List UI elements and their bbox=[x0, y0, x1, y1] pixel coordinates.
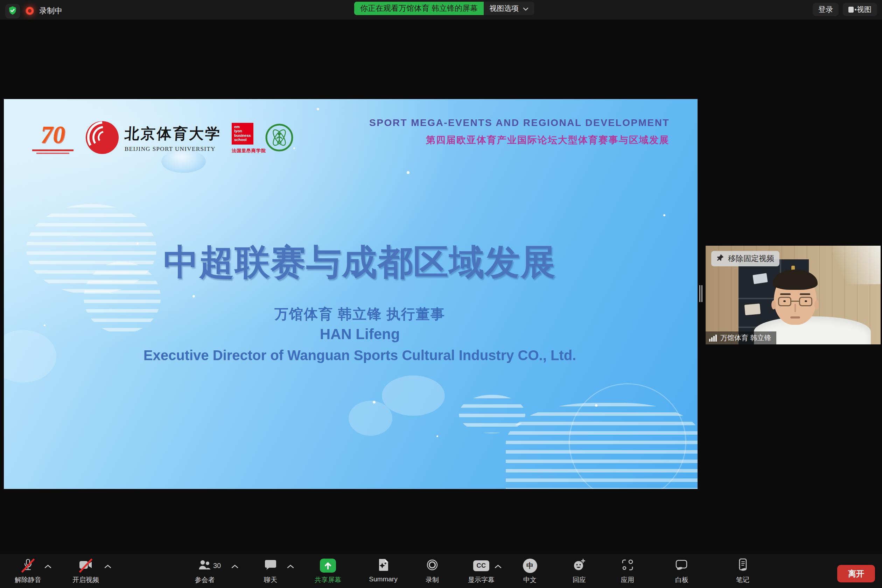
presenter-ear bbox=[814, 300, 819, 309]
participants-count: 30 bbox=[213, 562, 221, 570]
record-icon bbox=[426, 559, 438, 573]
presenter-title-english: Executive Director of Wanguan Sports Cul… bbox=[22, 348, 698, 363]
reactions-smiley-icon bbox=[573, 558, 586, 573]
reactions-label: 回应 bbox=[551, 575, 607, 585]
emlyon-line: business bbox=[234, 134, 254, 138]
captions-options-chevron[interactable] bbox=[494, 564, 502, 570]
share-screen-label: 共享屏幕 bbox=[300, 575, 356, 585]
forum-title-chinese: 第四届欧亚体育产业国际论坛大型体育赛事与区域发展 bbox=[369, 134, 669, 146]
chat-button[interactable]: 聊天 bbox=[243, 558, 298, 585]
view-options-label: 视图选项 bbox=[489, 3, 519, 13]
presenter-nose bbox=[795, 304, 796, 312]
soft-blob-decoration bbox=[382, 375, 445, 416]
apps-icon bbox=[621, 559, 634, 573]
anniversary-caption-bar bbox=[36, 153, 69, 154]
record-label: 录制 bbox=[404, 575, 460, 585]
chat-bubble-icon bbox=[265, 559, 276, 572]
language-button[interactable]: 中 中文 bbox=[502, 558, 558, 585]
language-label: 中文 bbox=[502, 575, 558, 585]
soft-blob-decoration bbox=[349, 401, 392, 436]
sparkle-dot bbox=[663, 214, 665, 216]
bsu-logo: 北京体育大学 BEIJING SPORT UNIVERSITY bbox=[86, 121, 221, 156]
notes-button[interactable]: 笔记 bbox=[715, 558, 771, 585]
emlyon-logo: em lyon business school 法国里昂商学院 bbox=[232, 123, 255, 154]
view-button[interactable]: 视图 bbox=[843, 3, 877, 16]
emlyon-line: em bbox=[234, 124, 254, 129]
reactions-button[interactable]: 回应 bbox=[551, 558, 607, 585]
emlyon-line: school bbox=[234, 138, 254, 142]
ai-summary-icon bbox=[378, 558, 389, 573]
video-light-corner bbox=[814, 246, 880, 284]
video-options-chevron[interactable] bbox=[104, 564, 112, 570]
start-video-label: 开启视频 bbox=[58, 575, 114, 585]
notes-label: 笔记 bbox=[715, 575, 771, 585]
chevron-down-icon bbox=[523, 4, 528, 13]
participant-name: 万馆体育 韩立锋 bbox=[720, 333, 771, 343]
record-button[interactable]: 录制 bbox=[404, 558, 460, 585]
anniversary-70-number: 70 bbox=[31, 123, 75, 147]
panel-resize-handle[interactable] bbox=[699, 285, 702, 302]
sparkle-dot bbox=[373, 401, 375, 404]
chat-label: 聊天 bbox=[243, 575, 298, 585]
presenter-ear bbox=[771, 300, 776, 309]
security-button[interactable] bbox=[5, 4, 20, 18]
top-bar: 录制中 你正在观看万馆体育 韩立锋的屏幕 视图选项 登录 视图 bbox=[0, 0, 882, 20]
participants-options-chevron[interactable] bbox=[231, 564, 239, 570]
anniversary-caption-bar bbox=[32, 150, 74, 151]
recording-label: 录制中 bbox=[39, 6, 62, 16]
cc-icon: CC bbox=[473, 560, 489, 571]
chinese-language-icon: 中 bbox=[523, 559, 537, 573]
anniversary-70-logo: 70 bbox=[31, 123, 75, 154]
presenter-name-english: HAN Lifeng bbox=[22, 326, 698, 343]
start-video-button[interactable]: 开启视频 bbox=[58, 558, 114, 585]
meeting-toolbar: 解除静音 开启视频 30 参会者 bbox=[0, 554, 882, 588]
presenter-eye bbox=[805, 300, 807, 302]
notes-icon bbox=[737, 558, 748, 573]
share-screen-button[interactable]: 共享屏幕 bbox=[300, 558, 356, 585]
captions-label: 显示字幕 bbox=[453, 575, 509, 585]
summary-button[interactable]: Summary bbox=[355, 558, 411, 583]
captions-button[interactable]: CC 显示字幕 bbox=[453, 558, 509, 585]
unmute-button[interactable]: 解除静音 bbox=[0, 558, 56, 585]
presenter-eye bbox=[783, 300, 786, 302]
viewing-banner: 你正在观看万馆体育 韩立锋的屏幕 视图选项 bbox=[354, 2, 534, 15]
remove-pin-label: 移除固定视频 bbox=[728, 254, 774, 264]
audio-options-chevron[interactable] bbox=[44, 564, 52, 570]
shield-check-icon bbox=[8, 6, 17, 16]
pinned-video-tile[interactable]: 移除固定视频 万馆体育 韩立锋 bbox=[706, 246, 880, 344]
presenter-face bbox=[774, 272, 816, 325]
bsu-swirl-icon bbox=[86, 121, 119, 156]
top-right-controls: 登录 视图 bbox=[813, 3, 877, 16]
sparkle-dot bbox=[407, 171, 410, 174]
participants-button[interactable]: 30 参会者 bbox=[177, 558, 233, 585]
participant-name-tag: 万馆体育 韩立锋 bbox=[706, 332, 776, 344]
chat-options-chevron[interactable] bbox=[286, 564, 294, 570]
sparkle-dot bbox=[436, 435, 438, 437]
presenter-eyebrow bbox=[800, 293, 810, 295]
sign-in-button[interactable]: 登录 bbox=[813, 3, 838, 16]
recording-dot-icon bbox=[25, 6, 34, 15]
striped-blob-decoration bbox=[459, 395, 525, 433]
view-options-button[interactable]: 视图选项 bbox=[484, 2, 534, 15]
whiteboard-icon bbox=[675, 559, 688, 572]
remove-pin-button[interactable]: 移除固定视频 bbox=[711, 251, 780, 266]
whiteboard-button[interactable]: 白板 bbox=[654, 558, 710, 585]
apps-button[interactable]: 应用 bbox=[600, 558, 656, 585]
emlyon-chinese-name: 法国里昂商学院 bbox=[232, 148, 255, 154]
participants-label: 参会者 bbox=[177, 575, 233, 585]
shared-screen-slide: 70 北京体育大学 BEIJING SPORT UNIVERSITY em ly… bbox=[4, 99, 698, 489]
signal-strength-icon bbox=[709, 334, 717, 342]
emlyon-line: lyon bbox=[234, 129, 254, 134]
unmute-label: 解除静音 bbox=[0, 575, 56, 585]
apps-label: 应用 bbox=[600, 575, 656, 585]
share-screen-icon bbox=[320, 559, 336, 573]
bsu-english-name: BEIJING SPORT UNIVERSITY bbox=[124, 146, 221, 153]
plaque-decoration bbox=[753, 273, 768, 284]
slide-title: 中超联赛与成都区域发展 bbox=[22, 239, 698, 286]
leave-meeting-button[interactable]: 离开 bbox=[837, 565, 875, 582]
sparkle-dot bbox=[192, 295, 195, 297]
card-decoration bbox=[744, 303, 760, 315]
logos-row: 70 北京体育大学 BEIJING SPORT UNIVERSITY em ly… bbox=[31, 120, 293, 156]
summary-label: Summary bbox=[355, 575, 411, 583]
sparkle-dot bbox=[595, 404, 597, 407]
